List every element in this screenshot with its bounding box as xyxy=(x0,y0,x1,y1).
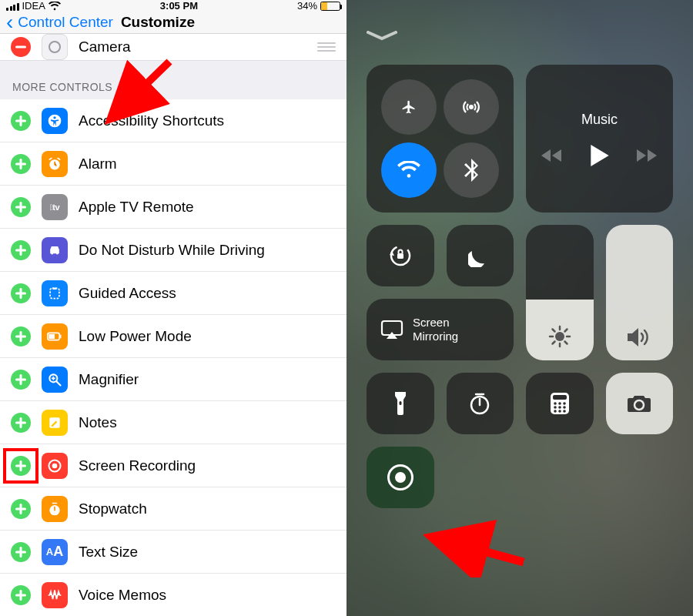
add-button[interactable] xyxy=(11,542,31,562)
svg-rect-5 xyxy=(50,288,59,298)
svg-point-21 xyxy=(469,105,474,109)
svg-point-44 xyxy=(558,406,561,409)
more-control-row: Low Power Mode xyxy=(0,315,346,358)
cellular-signal-icon xyxy=(6,2,19,11)
more-controls-header: MORE CONTROLS xyxy=(0,61,346,99)
svg-point-47 xyxy=(558,410,561,413)
music-label: Music xyxy=(581,112,618,128)
brightness-icon xyxy=(548,325,571,348)
control-center-screen: Music xyxy=(346,0,693,616)
more-control-row: Do Not Disturb While Driving xyxy=(0,229,346,272)
bluetooth-button[interactable] xyxy=(444,142,499,198)
next-track-icon[interactable] xyxy=(637,148,658,163)
svg-point-24 xyxy=(555,332,564,341)
svg-point-16 xyxy=(52,463,58,468)
add-button[interactable] xyxy=(11,413,31,433)
camera-button[interactable] xyxy=(606,373,674,434)
timer-button[interactable] xyxy=(447,373,514,434)
orientation-lock-button[interactable] xyxy=(367,225,434,286)
svg-point-45 xyxy=(563,406,566,409)
screen-record-button[interactable] xyxy=(367,447,434,508)
voice-icon xyxy=(42,582,68,608)
svg-point-42 xyxy=(563,402,566,405)
connectivity-tile xyxy=(367,65,514,213)
wifi-button[interactable] xyxy=(381,142,437,198)
camera-icon xyxy=(42,34,68,60)
svg-point-41 xyxy=(558,402,561,405)
control-label: Low Power Mode xyxy=(79,328,336,345)
svg-line-29 xyxy=(552,330,554,332)
more-control-row: AAText Size xyxy=(0,531,346,574)
add-button[interactable] xyxy=(11,283,31,303)
more-control-row: Magnifier xyxy=(0,358,346,401)
control-label: Apple TV Remote xyxy=(79,199,336,216)
svg-point-40 xyxy=(554,402,557,405)
add-button[interactable] xyxy=(11,154,31,174)
lowpower-icon xyxy=(42,323,68,350)
add-button[interactable] xyxy=(11,585,31,605)
remove-button[interactable] xyxy=(11,37,31,57)
drag-handle-icon[interactable] xyxy=(317,42,336,52)
wifi-icon xyxy=(49,2,61,11)
add-button[interactable] xyxy=(11,456,31,476)
back-button[interactable]: Control Center xyxy=(18,14,113,31)
add-button[interactable] xyxy=(11,240,31,260)
add-button[interactable] xyxy=(11,326,31,346)
more-control-row: 🣿tvApple TV Remote xyxy=(0,186,346,229)
calculator-button[interactable] xyxy=(526,373,594,434)
svg-rect-8 xyxy=(49,333,55,338)
accessibility-icon xyxy=(42,108,68,134)
more-control-row: Stopwatch xyxy=(0,487,346,531)
volume-slider[interactable] xyxy=(606,225,674,360)
status-bar: IDEA 3:05 PM 34% xyxy=(0,0,346,12)
svg-line-30 xyxy=(564,342,567,344)
svg-rect-34 xyxy=(399,401,401,405)
annotation-arrow-icon xyxy=(424,516,539,578)
more-control-row: Notes xyxy=(0,401,346,444)
more-controls-list: Accessibility ShortcutsAlarm🣿tvApple TV … xyxy=(0,99,346,616)
svg-line-31 xyxy=(552,342,554,344)
prev-track-icon[interactable] xyxy=(541,148,563,163)
svg-point-48 xyxy=(563,410,566,413)
music-tile[interactable]: Music xyxy=(526,65,673,213)
svg-point-43 xyxy=(554,406,557,409)
airplane-mode-button[interactable] xyxy=(381,79,437,135)
add-button[interactable] xyxy=(11,197,31,217)
control-label: Guided Access xyxy=(79,285,336,302)
flashlight-button[interactable] xyxy=(367,373,434,434)
control-label: Screen Recording xyxy=(79,457,336,474)
svg-line-50 xyxy=(439,539,524,562)
brightness-slider[interactable] xyxy=(526,225,594,360)
play-icon[interactable] xyxy=(591,145,609,166)
page-title: Customize xyxy=(121,14,195,31)
record-icon xyxy=(42,453,68,479)
clock-label: 3:05 PM xyxy=(160,0,198,12)
cellular-data-button[interactable] xyxy=(444,79,499,135)
control-label: Camera xyxy=(79,38,306,55)
control-label: Do Not Disturb While Driving xyxy=(79,242,336,259)
control-label: Stopwatch xyxy=(79,500,336,517)
more-control-row: Alarm xyxy=(0,142,346,186)
screen-mirroring-button[interactable]: Screen Mirroring xyxy=(367,299,514,360)
magnifier-icon xyxy=(42,367,68,393)
add-button[interactable] xyxy=(11,499,31,519)
svg-rect-9 xyxy=(60,334,62,338)
svg-line-11 xyxy=(57,381,61,385)
appletv-icon: 🣿tv xyxy=(42,194,68,220)
record-icon xyxy=(387,464,413,490)
back-chevron-icon[interactable]: ‹ xyxy=(6,12,13,33)
svg-rect-6 xyxy=(53,287,57,290)
add-button[interactable] xyxy=(11,111,31,131)
pull-handle-icon[interactable] xyxy=(367,31,673,42)
nav-bar: ‹ Control Center Customize xyxy=(0,12,346,34)
control-label: Accessibility Shortcuts xyxy=(79,112,336,129)
svg-point-4 xyxy=(56,252,59,254)
svg-point-46 xyxy=(554,410,557,413)
music-controls xyxy=(541,145,658,166)
add-button[interactable] xyxy=(11,370,31,390)
alarm-icon xyxy=(42,151,68,177)
battery-icon xyxy=(320,2,340,11)
textsize-icon: AA xyxy=(42,539,68,565)
guided-icon xyxy=(42,280,68,306)
do-not-disturb-button[interactable] xyxy=(447,225,514,286)
